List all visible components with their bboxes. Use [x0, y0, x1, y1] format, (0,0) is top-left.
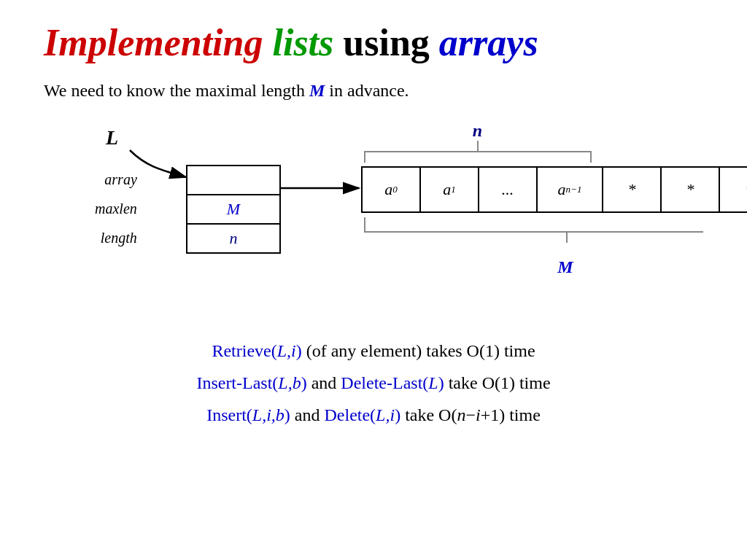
subtitle: We need to know the maximal length M in …	[44, 81, 409, 101]
subtitle-text-after: in advance.	[329, 81, 409, 100]
title-implementing: Implementing	[44, 22, 263, 63]
insert-last-rest: take O(1) time	[449, 373, 551, 392]
L-label: L	[106, 126, 118, 149]
struct-table: M n	[186, 165, 281, 254]
delete-text: Delete(L,i)	[324, 405, 400, 424]
insert-last-and: and	[311, 373, 341, 392]
title-using: using	[343, 22, 430, 63]
subtitle-text-before: We need to know the maximal length	[44, 81, 305, 100]
array-cell-dots: ...	[479, 168, 538, 211]
insert-and: and	[295, 405, 325, 424]
line-insert: Insert(L,i,b) and Delete(L,i) take O(n−i…	[44, 402, 703, 428]
diagram-svg	[44, 115, 703, 327]
insert-last-text: Insert-Last(L,b)	[196, 373, 306, 392]
retrieve-rest: (of any element) takes O(1) time	[306, 341, 535, 360]
array-cell-star2: *	[662, 168, 720, 211]
title-arrays: arrays	[439, 22, 538, 63]
struct-table-container: M n	[186, 165, 281, 254]
struct-label-length: length	[95, 223, 137, 252]
line-insert-last: Insert-Last(L,b) and Delete-Last(L) take…	[44, 370, 703, 396]
struct-row-array	[187, 166, 280, 195]
struct-row-maxlen: M	[187, 195, 280, 224]
insert-text: Insert(L,i,b)	[206, 405, 290, 424]
subtitle-M: M	[309, 81, 325, 100]
title-lists: lists	[272, 22, 333, 63]
struct-row-length: n	[187, 224, 280, 253]
delete-last-text: Delete-Last(L)	[341, 373, 444, 392]
line-retrieve: Retrieve(L,i) (of any element) takes O(1…	[44, 338, 703, 364]
array-cell-a1: a1	[421, 168, 479, 211]
struct-labels: array maxlen length	[95, 165, 137, 252]
insert-minus: −	[465, 405, 476, 424]
diagram: L array maxlen length M n n	[44, 115, 703, 327]
array-cell-an1: an−1	[538, 168, 603, 211]
struct-label-maxlen: maxlen	[95, 194, 137, 223]
insert-rest: take O(	[405, 405, 457, 424]
array-cells-container: a0 a1 ... an−1 * * *	[361, 166, 747, 213]
struct-label-array: array	[95, 165, 137, 194]
page: Implementing lists using arrays We need …	[0, 0, 747, 560]
retrieve-text: Retrieve(L,i)	[212, 341, 301, 360]
insert-i: i	[476, 405, 481, 424]
insert-end: +1) time	[481, 405, 541, 424]
title: Implementing lists using arrays	[44, 22, 703, 63]
array-cell-star3: *	[720, 168, 747, 211]
insert-n: n	[457, 405, 465, 424]
M-label-below: M	[361, 257, 747, 277]
array-cell-a0: a0	[363, 168, 421, 211]
n-label-above: n	[363, 121, 592, 141]
bottom-text: Retrieve(L,i) (of any element) takes O(1…	[44, 338, 703, 434]
array-cell-star1: *	[603, 168, 662, 211]
